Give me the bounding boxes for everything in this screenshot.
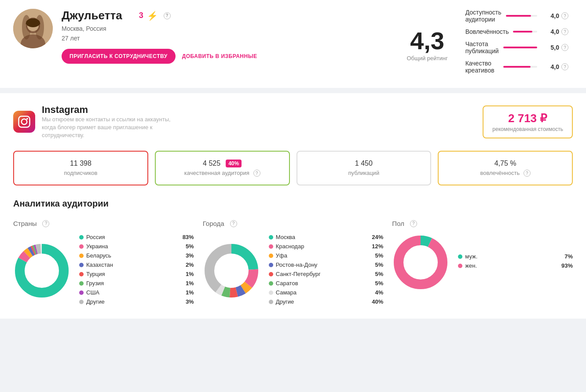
legend-left: Уфа (269, 252, 287, 259)
chart-title-text: Страны (13, 220, 37, 227)
legend-left: Казахстан (79, 261, 113, 268)
legend-pct: 3% (179, 298, 194, 305)
rating-item: Вовлечённость 4,0 ? (465, 28, 568, 35)
chart-question-icon[interactable]: ? (42, 220, 49, 227)
svg-point-8 (22, 119, 27, 125)
legend-pct: 5% (368, 252, 383, 259)
legend-item: Другие 3% (79, 298, 194, 305)
stat-value: 1 450 (355, 160, 373, 167)
rating-item-question-icon[interactable]: ? (561, 12, 568, 19)
countries-chart: Страны ? Россия 83% Украина 5% (13, 220, 194, 308)
price-box: 2 713 ₽ рекомендованная стоимость (483, 105, 573, 138)
legend-pct: 83% (179, 234, 194, 240)
legend-name: США (86, 289, 99, 296)
rating-item: Частота публикаций 5,0 ? (465, 40, 568, 54)
legend-dot (269, 281, 273, 286)
legend-dot (79, 300, 84, 304)
rating-header: Джульетта 3 ⚡ ? (62, 9, 257, 22)
rating-item-label: Доступность аудитории (465, 9, 502, 23)
legend-dot (458, 264, 462, 268)
chart-question-icon[interactable]: ? (410, 220, 417, 227)
chart-title: Пол ? (392, 220, 573, 227)
legend-dot (79, 290, 84, 295)
stat-box: 4,75 % вовлечённость ? (438, 151, 573, 186)
overall-rating-label: Общий рейтинг (407, 55, 447, 62)
stat-question-icon[interactable]: ? (253, 170, 260, 177)
rating-bar-container (513, 31, 537, 33)
legend-dot (458, 254, 462, 259)
legend-item: Украина 5% (79, 243, 194, 250)
chart-question-icon[interactable]: ? (230, 220, 237, 227)
stat-label: вовлечённость (480, 170, 520, 176)
legend-item: Краснодар 12% (269, 243, 384, 250)
legend-dot (269, 272, 273, 276)
legend-item: Ростов-на-Дону 5% (269, 261, 384, 268)
legend-pct: 24% (368, 234, 383, 240)
chart-content: Россия 83% Украина 5% Беларусь 3% Казахс… (13, 234, 194, 308)
stat-label: публикаций (348, 170, 380, 176)
rating-item-question-icon[interactable]: ? (561, 63, 568, 70)
rating-score: 3 (139, 11, 143, 20)
legend-name: муж. (465, 253, 477, 260)
profile-age: 27 лет (62, 35, 257, 42)
chart-title: Страны ? (13, 220, 194, 227)
stat-value: 11 398 (70, 160, 92, 167)
legend: Москва 24% Краснодар 12% Уфа 5% Ростов-н… (269, 234, 384, 308)
legend-name: Украина (86, 243, 108, 250)
legend-pct: 5% (368, 261, 383, 268)
stat-label-row: подписчиков (21, 170, 141, 176)
rating-item: Доступность аудитории 4,0 ? (465, 9, 568, 23)
legend-pct: 12% (368, 243, 383, 250)
stat-box: 11 398 подписчиков (13, 151, 148, 186)
chart-content: муж. 7% жен. 93% (392, 234, 573, 291)
instagram-header-left: Instagram Мы откроем все контакты и ссыл… (13, 104, 183, 140)
stat-question-icon[interactable]: ? (524, 170, 531, 177)
legend-dot (79, 235, 84, 240)
rating-bar (503, 47, 537, 48)
legend-left: Ростов-на-Дону (269, 261, 318, 268)
stat-label-row: публикаций (304, 170, 424, 176)
legend-item: Саратов 5% (269, 280, 384, 287)
donut-container (203, 242, 260, 299)
legend-item: США 1% (79, 289, 194, 296)
profile-actions: ПРИГЛАСИТЬ К СОТРУДНИЧЕСТВУ ДОБАВИТЬ В И… (62, 49, 257, 64)
legend-pct: 93% (557, 262, 573, 269)
legend-pct: 4% (368, 289, 383, 296)
svg-point-9 (26, 118, 28, 120)
legend-left: Санкт-Петербург (269, 271, 321, 277)
instagram-note: Мы откроем все контакты и ссылки на акка… (42, 116, 183, 140)
legend-left: Грузия (79, 280, 104, 287)
legend-dot (269, 290, 273, 295)
instagram-header: Instagram Мы откроем все контакты и ссыл… (13, 104, 573, 140)
legend-dot (269, 300, 273, 304)
overall-rating-value: 4,3 (407, 26, 447, 55)
legend-item: Грузия 1% (79, 280, 194, 287)
rating-item-question-icon[interactable]: ? (561, 44, 568, 51)
legend-dot (269, 235, 273, 240)
favorite-button[interactable]: ДОБАВИТЬ В ИЗБРАННЫЕ (182, 53, 257, 59)
lightning-icon: ⚡ (147, 11, 158, 21)
profile-left: Джульетта 3 ⚡ ? Москва, Россия 27 лет ПР… (13, 9, 257, 64)
profile-location: Москва, Россия (62, 25, 257, 32)
rating-bar (506, 15, 531, 17)
rating-bar-container (503, 47, 537, 48)
legend-name: Другие (86, 298, 105, 305)
rating-item: Качество креативов 4,0 ? (465, 60, 568, 74)
legend-item: Беларусь 3% (79, 252, 194, 259)
profile-info: Джульетта 3 ⚡ ? Москва, Россия 27 лет ПР… (62, 9, 257, 64)
rating-item-question-icon[interactable]: ? (561, 28, 568, 35)
legend-left: Беларусь (79, 252, 111, 259)
rating-question-icon[interactable]: ? (164, 12, 171, 19)
donut-svg (203, 242, 260, 299)
legend-dot (269, 244, 273, 249)
legend-left: Другие (79, 298, 105, 305)
chart-title-text: Пол (392, 220, 404, 227)
rating-bar (513, 31, 532, 33)
invite-button[interactable]: ПРИГЛАСИТЬ К СОТРУДНИЧЕСТВУ (62, 49, 176, 64)
rating-item-label: Качество креативов (465, 60, 499, 74)
top-section: Джульетта 3 ⚡ ? Москва, Россия 27 лет ПР… (0, 0, 586, 88)
rating-bar-container (506, 15, 538, 17)
chart-title: Города ? (203, 220, 384, 227)
stat-value-row: 11 398 (21, 160, 141, 167)
rating-items: Доступность аудитории 4,0 ? Вовлечённост… (461, 9, 573, 79)
